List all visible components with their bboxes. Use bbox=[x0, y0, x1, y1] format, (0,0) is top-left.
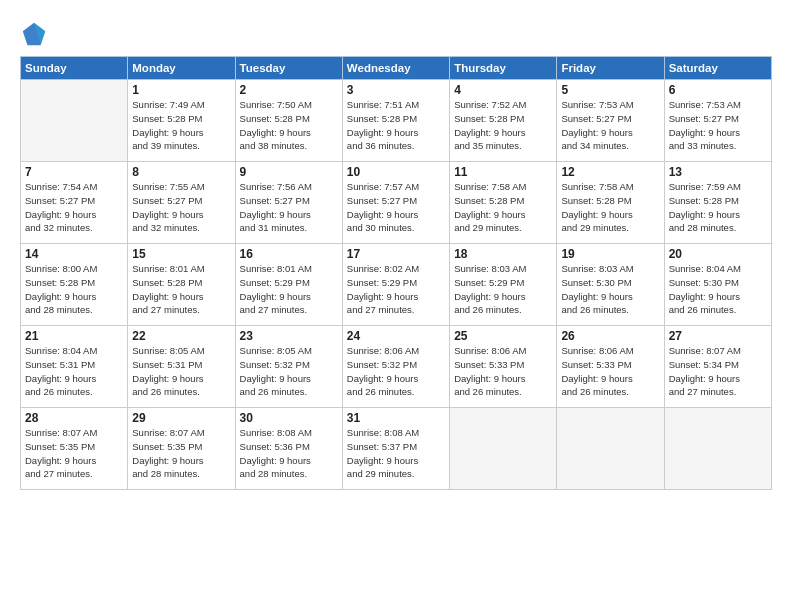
weekday-header-monday: Monday bbox=[128, 57, 235, 80]
day-number: 7 bbox=[25, 165, 123, 179]
day-info: Sunrise: 8:02 AM Sunset: 5:29 PM Dayligh… bbox=[347, 262, 445, 317]
weekday-header-wednesday: Wednesday bbox=[342, 57, 449, 80]
day-number: 21 bbox=[25, 329, 123, 343]
logo-icon bbox=[20, 20, 48, 48]
day-info: Sunrise: 8:06 AM Sunset: 5:32 PM Dayligh… bbox=[347, 344, 445, 399]
day-info: Sunrise: 8:08 AM Sunset: 5:36 PM Dayligh… bbox=[240, 426, 338, 481]
day-info: Sunrise: 7:53 AM Sunset: 5:27 PM Dayligh… bbox=[669, 98, 767, 153]
calendar-cell: 5Sunrise: 7:53 AM Sunset: 5:27 PM Daylig… bbox=[557, 80, 664, 162]
calendar-cell: 23Sunrise: 8:05 AM Sunset: 5:32 PM Dayli… bbox=[235, 326, 342, 408]
day-info: Sunrise: 7:57 AM Sunset: 5:27 PM Dayligh… bbox=[347, 180, 445, 235]
calendar-cell bbox=[450, 408, 557, 490]
day-number: 24 bbox=[347, 329, 445, 343]
calendar-cell: 2Sunrise: 7:50 AM Sunset: 5:28 PM Daylig… bbox=[235, 80, 342, 162]
calendar-cell: 30Sunrise: 8:08 AM Sunset: 5:36 PM Dayli… bbox=[235, 408, 342, 490]
calendar-cell bbox=[557, 408, 664, 490]
day-number: 30 bbox=[240, 411, 338, 425]
day-number: 4 bbox=[454, 83, 552, 97]
calendar-cell: 31Sunrise: 8:08 AM Sunset: 5:37 PM Dayli… bbox=[342, 408, 449, 490]
day-info: Sunrise: 7:59 AM Sunset: 5:28 PM Dayligh… bbox=[669, 180, 767, 235]
day-info: Sunrise: 8:07 AM Sunset: 5:35 PM Dayligh… bbox=[132, 426, 230, 481]
day-info: Sunrise: 8:06 AM Sunset: 5:33 PM Dayligh… bbox=[561, 344, 659, 399]
calendar-cell: 20Sunrise: 8:04 AM Sunset: 5:30 PM Dayli… bbox=[664, 244, 771, 326]
day-info: Sunrise: 8:04 AM Sunset: 5:31 PM Dayligh… bbox=[25, 344, 123, 399]
day-info: Sunrise: 8:07 AM Sunset: 5:34 PM Dayligh… bbox=[669, 344, 767, 399]
calendar-cell bbox=[664, 408, 771, 490]
day-number: 3 bbox=[347, 83, 445, 97]
day-number: 6 bbox=[669, 83, 767, 97]
weekday-header-tuesday: Tuesday bbox=[235, 57, 342, 80]
day-info: Sunrise: 7:50 AM Sunset: 5:28 PM Dayligh… bbox=[240, 98, 338, 153]
day-number: 13 bbox=[669, 165, 767, 179]
calendar-cell bbox=[21, 80, 128, 162]
day-info: Sunrise: 8:06 AM Sunset: 5:33 PM Dayligh… bbox=[454, 344, 552, 399]
calendar-cell: 1Sunrise: 7:49 AM Sunset: 5:28 PM Daylig… bbox=[128, 80, 235, 162]
calendar-cell: 7Sunrise: 7:54 AM Sunset: 5:27 PM Daylig… bbox=[21, 162, 128, 244]
day-number: 29 bbox=[132, 411, 230, 425]
day-number: 14 bbox=[25, 247, 123, 261]
calendar-week-5: 28Sunrise: 8:07 AM Sunset: 5:35 PM Dayli… bbox=[21, 408, 772, 490]
day-number: 15 bbox=[132, 247, 230, 261]
day-info: Sunrise: 7:51 AM Sunset: 5:28 PM Dayligh… bbox=[347, 98, 445, 153]
day-info: Sunrise: 8:03 AM Sunset: 5:29 PM Dayligh… bbox=[454, 262, 552, 317]
day-number: 19 bbox=[561, 247, 659, 261]
day-number: 18 bbox=[454, 247, 552, 261]
header bbox=[20, 16, 772, 48]
calendar-cell: 18Sunrise: 8:03 AM Sunset: 5:29 PM Dayli… bbox=[450, 244, 557, 326]
calendar-week-1: 1Sunrise: 7:49 AM Sunset: 5:28 PM Daylig… bbox=[21, 80, 772, 162]
day-info: Sunrise: 8:07 AM Sunset: 5:35 PM Dayligh… bbox=[25, 426, 123, 481]
day-number: 11 bbox=[454, 165, 552, 179]
day-info: Sunrise: 7:49 AM Sunset: 5:28 PM Dayligh… bbox=[132, 98, 230, 153]
calendar-cell: 14Sunrise: 8:00 AM Sunset: 5:28 PM Dayli… bbox=[21, 244, 128, 326]
day-number: 5 bbox=[561, 83, 659, 97]
day-info: Sunrise: 8:05 AM Sunset: 5:32 PM Dayligh… bbox=[240, 344, 338, 399]
calendar-cell: 24Sunrise: 8:06 AM Sunset: 5:32 PM Dayli… bbox=[342, 326, 449, 408]
calendar-week-3: 14Sunrise: 8:00 AM Sunset: 5:28 PM Dayli… bbox=[21, 244, 772, 326]
day-number: 8 bbox=[132, 165, 230, 179]
calendar-table: SundayMondayTuesdayWednesdayThursdayFrid… bbox=[20, 56, 772, 490]
day-number: 27 bbox=[669, 329, 767, 343]
weekday-header-row: SundayMondayTuesdayWednesdayThursdayFrid… bbox=[21, 57, 772, 80]
day-info: Sunrise: 7:53 AM Sunset: 5:27 PM Dayligh… bbox=[561, 98, 659, 153]
day-number: 9 bbox=[240, 165, 338, 179]
day-number: 22 bbox=[132, 329, 230, 343]
calendar-cell: 27Sunrise: 8:07 AM Sunset: 5:34 PM Dayli… bbox=[664, 326, 771, 408]
day-info: Sunrise: 8:03 AM Sunset: 5:30 PM Dayligh… bbox=[561, 262, 659, 317]
calendar-cell: 29Sunrise: 8:07 AM Sunset: 5:35 PM Dayli… bbox=[128, 408, 235, 490]
day-info: Sunrise: 7:55 AM Sunset: 5:27 PM Dayligh… bbox=[132, 180, 230, 235]
calendar-cell: 22Sunrise: 8:05 AM Sunset: 5:31 PM Dayli… bbox=[128, 326, 235, 408]
day-info: Sunrise: 7:58 AM Sunset: 5:28 PM Dayligh… bbox=[454, 180, 552, 235]
day-number: 1 bbox=[132, 83, 230, 97]
calendar-cell: 12Sunrise: 7:58 AM Sunset: 5:28 PM Dayli… bbox=[557, 162, 664, 244]
day-number: 12 bbox=[561, 165, 659, 179]
calendar-cell: 6Sunrise: 7:53 AM Sunset: 5:27 PM Daylig… bbox=[664, 80, 771, 162]
day-number: 17 bbox=[347, 247, 445, 261]
day-info: Sunrise: 7:56 AM Sunset: 5:27 PM Dayligh… bbox=[240, 180, 338, 235]
day-info: Sunrise: 7:54 AM Sunset: 5:27 PM Dayligh… bbox=[25, 180, 123, 235]
weekday-header-friday: Friday bbox=[557, 57, 664, 80]
calendar-cell: 26Sunrise: 8:06 AM Sunset: 5:33 PM Dayli… bbox=[557, 326, 664, 408]
day-number: 23 bbox=[240, 329, 338, 343]
day-info: Sunrise: 8:08 AM Sunset: 5:37 PM Dayligh… bbox=[347, 426, 445, 481]
calendar-cell: 10Sunrise: 7:57 AM Sunset: 5:27 PM Dayli… bbox=[342, 162, 449, 244]
calendar-cell: 19Sunrise: 8:03 AM Sunset: 5:30 PM Dayli… bbox=[557, 244, 664, 326]
calendar-cell: 25Sunrise: 8:06 AM Sunset: 5:33 PM Dayli… bbox=[450, 326, 557, 408]
day-info: Sunrise: 8:01 AM Sunset: 5:29 PM Dayligh… bbox=[240, 262, 338, 317]
calendar-cell: 28Sunrise: 8:07 AM Sunset: 5:35 PM Dayli… bbox=[21, 408, 128, 490]
day-number: 28 bbox=[25, 411, 123, 425]
day-number: 10 bbox=[347, 165, 445, 179]
day-info: Sunrise: 8:04 AM Sunset: 5:30 PM Dayligh… bbox=[669, 262, 767, 317]
logo bbox=[20, 20, 50, 48]
day-info: Sunrise: 7:52 AM Sunset: 5:28 PM Dayligh… bbox=[454, 98, 552, 153]
day-info: Sunrise: 8:01 AM Sunset: 5:28 PM Dayligh… bbox=[132, 262, 230, 317]
day-number: 26 bbox=[561, 329, 659, 343]
day-number: 16 bbox=[240, 247, 338, 261]
calendar-cell: 11Sunrise: 7:58 AM Sunset: 5:28 PM Dayli… bbox=[450, 162, 557, 244]
calendar-cell: 13Sunrise: 7:59 AM Sunset: 5:28 PM Dayli… bbox=[664, 162, 771, 244]
day-number: 20 bbox=[669, 247, 767, 261]
day-number: 2 bbox=[240, 83, 338, 97]
calendar-cell: 8Sunrise: 7:55 AM Sunset: 5:27 PM Daylig… bbox=[128, 162, 235, 244]
calendar-cell: 21Sunrise: 8:04 AM Sunset: 5:31 PM Dayli… bbox=[21, 326, 128, 408]
page: SundayMondayTuesdayWednesdayThursdayFrid… bbox=[0, 0, 792, 612]
weekday-header-saturday: Saturday bbox=[664, 57, 771, 80]
